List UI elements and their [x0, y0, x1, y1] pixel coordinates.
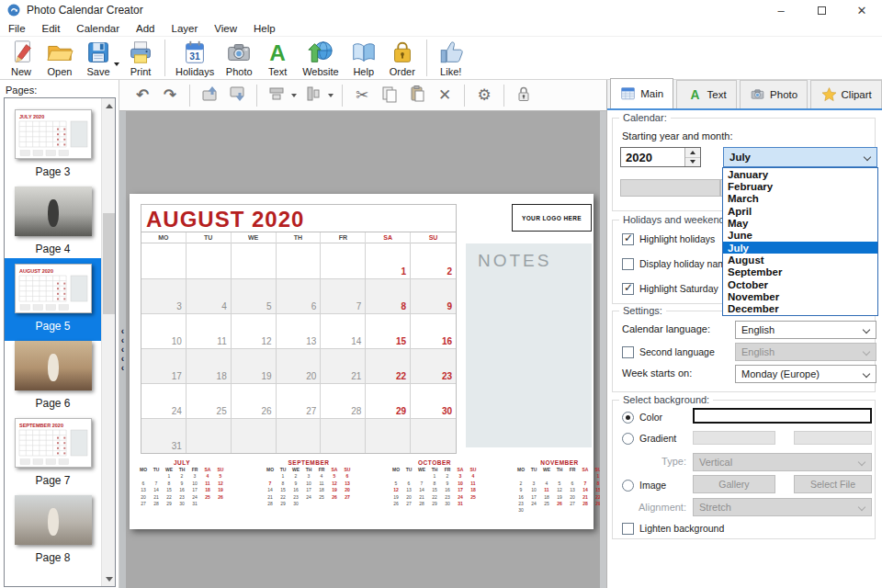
menu-item-help[interactable]: Help — [245, 20, 284, 37]
scroll-up-button[interactable] — [102, 98, 116, 113]
mini-day: 9 — [289, 481, 302, 487]
month-option-august[interactable]: August — [723, 254, 877, 266]
month-option-may[interactable]: May — [723, 217, 877, 229]
color-swatch[interactable] — [693, 408, 872, 424]
month-option-september[interactable]: September — [723, 266, 877, 278]
page-item-page-8[interactable]: Page 8 — [5, 495, 101, 572]
image-radio[interactable] — [622, 480, 634, 492]
month-option-april[interactable]: April — [723, 205, 877, 217]
month-option-december[interactable]: December — [723, 303, 877, 315]
year-value[interactable]: 2020 — [621, 148, 684, 166]
copy-button[interactable] — [378, 84, 401, 107]
month-option-january[interactable]: January — [723, 168, 877, 180]
second-language-checkbox[interactable]: ✓ — [622, 346, 634, 358]
tab-photo[interactable]: Photo — [740, 80, 808, 108]
page-item-page-5[interactable]: AUGUST 2020Page 5 — [5, 258, 101, 341]
scroll-down-button[interactable] — [102, 571, 116, 586]
month-option-july[interactable]: July — [723, 242, 877, 254]
maximize-button[interactable] — [801, 0, 842, 20]
menu-item-file[interactable]: File — [0, 20, 34, 37]
bring-forward-button[interactable] — [198, 84, 221, 107]
month-option-june[interactable]: June — [723, 230, 877, 242]
year-spinner[interactable]: 2020 — [620, 147, 701, 167]
month-option-november[interactable]: November — [723, 290, 877, 302]
undo-button[interactable]: ↶ — [130, 84, 154, 107]
paste-icon — [408, 85, 426, 107]
calendar-day-cell: 7 — [321, 278, 366, 313]
toolbar-button-print[interactable]: Print — [121, 38, 160, 77]
menu-item-add[interactable]: Add — [128, 20, 163, 37]
toolbar-button-help[interactable]: Help — [345, 38, 383, 77]
mini-day: 28 — [415, 501, 428, 507]
sidebar-collapse-handle[interactable]: ‹‹‹‹‹ — [119, 111, 126, 588]
month-option-march[interactable]: March — [723, 193, 877, 205]
mini-day: 3 — [188, 473, 201, 480]
spin-up-button[interactable] — [685, 148, 700, 158]
month-combobox[interactable]: July — [723, 147, 877, 167]
page-item-page-7[interactable]: SEPTEMBER 2020Page 7 — [5, 418, 101, 495]
panel-splitter[interactable] — [600, 111, 606, 588]
page-item-page-3[interactable]: JULY 2020Page 3 — [5, 109, 101, 187]
mini-day: 22 — [277, 494, 289, 501]
notes-block[interactable]: NOTES — [466, 243, 592, 447]
page-item-page-6[interactable]: Page 6 — [5, 341, 101, 418]
calendar-day-cell: 25 — [187, 383, 232, 418]
spin-down-button[interactable] — [685, 158, 700, 167]
mini-day: 26 — [214, 494, 227, 501]
minimize-button[interactable]: – — [761, 0, 801, 20]
checkbox-display-holiday-names[interactable]: ✓ — [622, 258, 634, 270]
mini-day: 12 — [214, 481, 227, 487]
align-vertical-button[interactable] — [301, 84, 325, 107]
week-starts-combobox[interactable]: Monday (Europe) — [735, 365, 876, 383]
menu-item-view[interactable]: View — [206, 20, 245, 37]
close-button[interactable]: ✕ — [842, 0, 882, 20]
menu-item-layer[interactable]: Layer — [164, 20, 207, 37]
toolbar-button-open[interactable]: Open — [40, 38, 79, 77]
tab-label: Main — [640, 88, 663, 99]
toolbar-button-text[interactable]: AText — [258, 38, 297, 77]
toolbar-button-photo[interactable]: Photo — [220, 38, 258, 77]
toolbar-button-save[interactable]: Save — [79, 38, 118, 77]
toolbar-button-new[interactable]: New — [2, 38, 40, 77]
checkbox-highlight-holidays[interactable]: ✓ — [622, 233, 634, 245]
toolbar-button-website[interactable]: Website — [297, 38, 345, 77]
right-panel: MainATextPhotoClipart Calendar: Starting… — [606, 80, 882, 588]
paste-button[interactable] — [405, 84, 429, 107]
mini-day: 21 — [264, 494, 277, 501]
save-dropdown-caret[interactable] — [114, 62, 119, 66]
menu-item-calendar[interactable]: Calendar — [68, 20, 128, 37]
tab-main[interactable]: Main — [610, 78, 673, 108]
toolbar-button-like[interactable]: Like! — [432, 38, 470, 77]
tab-text[interactable]: AText — [676, 80, 737, 108]
mini-day: 23 — [441, 494, 454, 501]
calendar-object[interactable]: AUGUST 2020MOTUWETHFRSASU123456789101112… — [141, 204, 457, 454]
tab-clipart[interactable]: Clipart — [810, 80, 882, 108]
month-option-october[interactable]: October — [723, 278, 877, 290]
toolbar-button-order[interactable]: Order — [383, 38, 422, 77]
delete-button[interactable]: ✕ — [433, 84, 457, 107]
color-radio[interactable] — [622, 412, 634, 424]
month-option-february[interactable]: February — [723, 180, 877, 192]
lighten-background-checkbox[interactable]: ✓ — [622, 523, 634, 535]
dropdown-caret[interactable] — [328, 94, 334, 97]
align-horizontal-button[interactable] — [265, 84, 288, 107]
mini-day — [553, 507, 566, 514]
redo-button[interactable]: ↷ — [158, 84, 182, 107]
toolbar-button-label: Holidays — [175, 66, 214, 77]
toolbar-button-holidays[interactable]: 31Holidays — [170, 38, 220, 77]
language-combobox[interactable]: English — [735, 321, 876, 339]
checkbox-highlight-saturday[interactable]: ✓ — [622, 283, 634, 295]
cut-button[interactable]: ✂ — [350, 84, 374, 107]
gradient-radio[interactable] — [622, 433, 634, 445]
calendar-day-cell — [141, 243, 187, 278]
logo-placeholder[interactable]: YOUR LOGO HERE — [512, 204, 592, 232]
dropdown-caret[interactable] — [291, 94, 297, 97]
lock-button[interactable] — [512, 84, 536, 107]
calendar-page[interactable]: AUGUST 2020MOTUWETHFRSASU123456789101112… — [130, 194, 594, 529]
page-item-page-4[interactable]: Page 4 — [5, 187, 101, 264]
pages-scrollbar[interactable] — [101, 98, 115, 586]
send-backward-button[interactable] — [225, 84, 249, 107]
scrollbar-thumb[interactable] — [103, 213, 115, 314]
effects-button[interactable]: ⚙ — [472, 84, 496, 107]
menu-item-edit[interactable]: Edit — [34, 20, 69, 37]
